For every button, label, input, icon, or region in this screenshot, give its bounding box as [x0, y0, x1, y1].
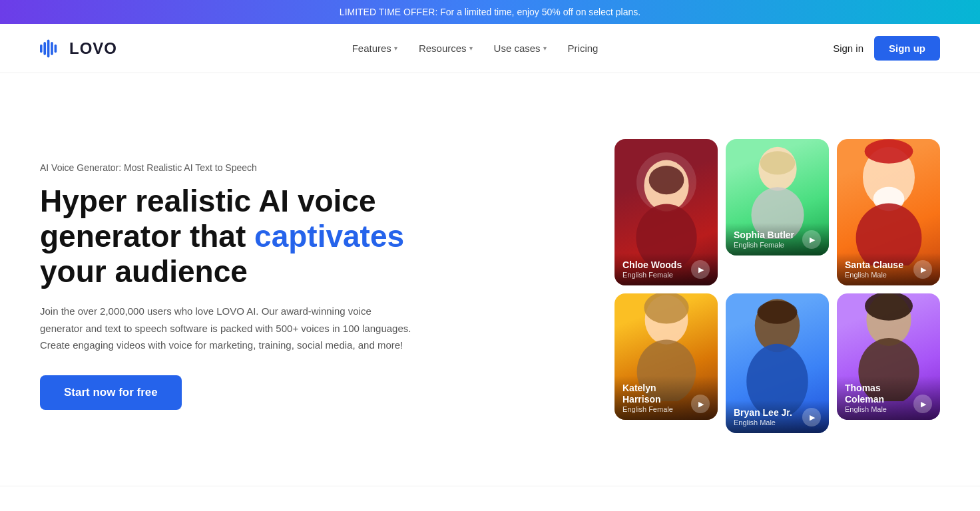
- hero-content: AI Voice Generator: Most Realistic AI Te…: [40, 162, 413, 409]
- sign-in-button[interactable]: Sign in: [833, 43, 863, 54]
- voice-cards-grid: Chloe Woods English Female ▶: [413, 139, 940, 433]
- play-icon: ▶: [810, 236, 815, 244]
- play-button-bryan[interactable]: ▶: [802, 408, 821, 426]
- voice-card-katelyn[interactable]: Katelyn Harrison English Female ▶: [614, 293, 718, 420]
- voice-name-thomas: Thomas Coleman: [845, 383, 913, 405]
- card-info-sophia: Sophia Butler English Female ▶: [726, 223, 829, 256]
- play-button-thomas[interactable]: ▶: [913, 395, 932, 413]
- nav-links: Features ▾ Resources ▾ Use cases ▾ Prici…: [352, 43, 599, 54]
- svg-rect-0: [40, 44, 43, 53]
- banner-text: LIMITED TIME OFFER: For a limited time, …: [340, 7, 640, 17]
- navbar: LOVO Features ▾ Resources ▾ Use cases ▾ …: [0, 24, 980, 73]
- voice-lang-bryan: English Male: [734, 419, 792, 426]
- voice-lang-katelyn: English Female: [622, 405, 691, 413]
- svg-point-6: [648, 166, 684, 194]
- nav-actions: Sign in Sign up: [833, 36, 940, 61]
- nav-resources[interactable]: Resources ▾: [419, 43, 473, 54]
- hero-title-highlight: captivates: [254, 219, 404, 254]
- svg-rect-1: [43, 42, 46, 55]
- chevron-down-icon: ▾: [469, 45, 473, 52]
- voice-name-bryan: Bryan Lee Jr.: [734, 407, 792, 419]
- play-icon: ▶: [921, 265, 926, 274]
- card-info-bryan: Bryan Lee Jr. English Male ▶: [726, 401, 829, 433]
- card-info-katelyn: Katelyn Harrison English Female ▶: [614, 376, 718, 420]
- promo-banner: LIMITED TIME OFFER: For a limited time, …: [0, 0, 980, 24]
- logo-icon: [40, 39, 64, 58]
- voice-card-thomas[interactable]: Thomas Coleman English Male ▶: [837, 293, 940, 420]
- svg-rect-4: [55, 44, 57, 53]
- voice-lang-sophia: English Female: [734, 241, 794, 249]
- logo-text: LOVO: [69, 39, 117, 58]
- hero-description: Join the over 2,000,000 users who love L…: [40, 303, 413, 354]
- play-icon: ▶: [698, 400, 704, 409]
- voice-lang-thomas: English Male: [845, 405, 913, 413]
- play-icon: ▶: [921, 400, 926, 409]
- voice-name-katelyn: Katelyn Harrison: [622, 383, 691, 405]
- voice-card-chloe[interactable]: Chloe Woods English Female ▶: [614, 139, 718, 285]
- play-button-sophia[interactable]: ▶: [802, 230, 821, 249]
- hero-title-text2: your audience: [40, 254, 248, 289]
- svg-point-9: [760, 151, 795, 174]
- hero-section: AI Voice Generator: Most Realistic AI Te…: [0, 73, 980, 486]
- start-button[interactable]: Start now for free: [40, 375, 182, 410]
- voice-card-sophia[interactable]: Sophia Butler English Female ▶: [726, 139, 829, 256]
- play-button-santa[interactable]: ▶: [913, 260, 932, 279]
- nav-features[interactable]: Features ▾: [352, 43, 397, 54]
- card-info-thomas: Thomas Coleman English Male ▶: [837, 376, 940, 420]
- voice-name-santa: Santa Clause: [845, 259, 903, 271]
- play-icon: ▶: [810, 413, 815, 422]
- hero-title: Hyper realistic AI voice generator that …: [40, 184, 413, 289]
- card-info-chloe: Chloe Woods English Female ▶: [614, 253, 718, 285]
- voice-grid: Chloe Woods English Female ▶: [614, 139, 940, 433]
- nav-pricing[interactable]: Pricing: [568, 43, 599, 54]
- voice-lang-santa: English Male: [845, 271, 903, 279]
- voice-card-santa[interactable]: Santa Clause English Male ▶: [837, 139, 940, 285]
- voice-name-sophia: Sophia Butler: [734, 230, 794, 241]
- svg-rect-2: [47, 39, 50, 57]
- logo[interactable]: LOVO: [40, 39, 117, 58]
- play-button-katelyn[interactable]: ▶: [691, 395, 710, 413]
- hero-subtitle: AI Voice Generator: Most Realistic AI Te…: [40, 162, 413, 173]
- nav-use-cases[interactable]: Use cases ▾: [494, 43, 547, 54]
- svg-rect-3: [51, 42, 53, 55]
- voice-name-chloe: Chloe Woods: [622, 259, 682, 271]
- voice-lang-chloe: English Female: [622, 271, 682, 279]
- chevron-down-icon: ▾: [394, 45, 397, 52]
- svg-point-19: [758, 301, 798, 324]
- chevron-down-icon: ▾: [543, 45, 547, 52]
- svg-point-12: [864, 139, 913, 163]
- bottom-section: Create and edit videos effortlessly with…: [0, 486, 980, 511]
- play-icon: ▶: [698, 265, 704, 274]
- card-info-santa: Santa Clause English Male ▶: [837, 253, 940, 285]
- sign-up-button[interactable]: Sign up: [874, 36, 940, 61]
- play-button-chloe[interactable]: ▶: [691, 260, 710, 279]
- voice-card-bryan[interactable]: Bryan Lee Jr. English Male ▶: [726, 293, 829, 433]
